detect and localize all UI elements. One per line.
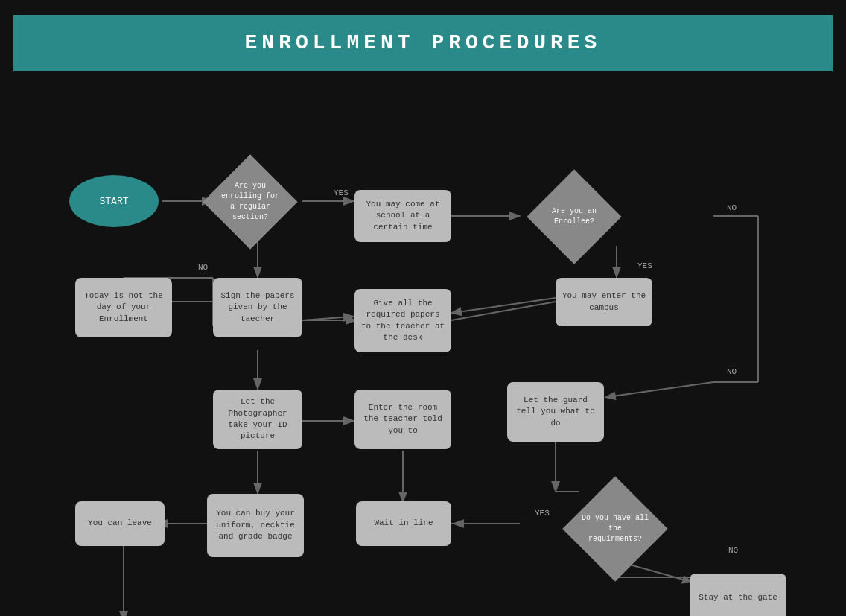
rect-enter-room: Enter the room the teacher told you to xyxy=(354,390,451,449)
rect-gate: Stay at the gate xyxy=(690,574,786,616)
rect-not-day: Today is not the day of your Enrollment xyxy=(75,278,172,337)
start-node: START xyxy=(69,175,159,227)
rect-give-papers: Give all the required papers to the teac… xyxy=(354,289,451,352)
label-no-3: NO xyxy=(728,546,738,555)
label-yes-2: YES xyxy=(637,261,652,270)
rect-enter-campus: You may enter the campus xyxy=(556,278,652,326)
header: ENROLLMENT PROCEDURES xyxy=(13,15,833,71)
rect-buy-uniform: You can buy your uniform, necktie and gr… xyxy=(207,494,304,557)
flowchart: START Are you enrolling for a regular se… xyxy=(13,86,833,616)
label-yes-1: YES xyxy=(334,188,349,197)
rect-sign-papers: Sign the papers given by the taecher xyxy=(213,278,302,337)
rect-guard: Let the guard tell you what to do xyxy=(507,382,604,442)
diamond-enrollee: Are you an Enrollee? xyxy=(520,181,628,252)
label-no-1: NO xyxy=(198,263,208,272)
diamond-requirements: Do you have all the requirments? xyxy=(550,492,680,566)
label-no-4: NO xyxy=(727,367,737,376)
rect-wait: Wait in line xyxy=(356,501,451,546)
rect-may-come: You may come at school at a certain time xyxy=(354,190,451,242)
label-no-2: NO xyxy=(727,203,737,212)
header-title: ENROLLMENT PROCEDURES xyxy=(245,31,602,54)
svg-line-21 xyxy=(451,302,556,320)
main-container: ENROLLMENT PROCEDURES xyxy=(13,15,833,616)
svg-line-33 xyxy=(302,317,352,320)
label-yes-3: YES xyxy=(535,509,550,518)
svg-line-39 xyxy=(607,382,713,397)
diamond-enrolling: Are you enrolling for a regular section? xyxy=(198,166,302,237)
rect-leave: You can leave xyxy=(75,501,165,546)
svg-line-34 xyxy=(453,298,556,313)
rect-photographer: Let the Photographer take your ID pictur… xyxy=(213,390,302,449)
